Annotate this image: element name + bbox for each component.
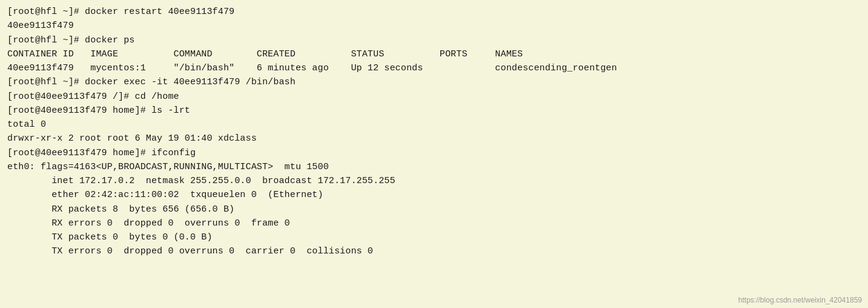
- terminal-line: inet 172.17.0.2 netmask 255.255.0.0 broa…: [7, 174, 861, 188]
- terminal-line: drwxr-xr-x 2 root root 6 May 19 01:40 xd…: [7, 132, 861, 146]
- terminal-line: [root@40ee9113f479 /]# cd /home: [7, 90, 861, 104]
- terminal-line: 40ee9113f479: [7, 19, 861, 33]
- terminal-line: RX packets 8 bytes 656 (656.0 B): [7, 203, 861, 216]
- terminal-line: ether 02:42:ac:11:00:02 txqueuelen 0 (Et…: [7, 188, 861, 202]
- terminal-line: total 0: [7, 118, 861, 132]
- terminal-line: 40ee9113f479 mycentos:1 "/bin/bash" 6 mi…: [7, 61, 861, 75]
- terminal-line: [root@hfl ~]# docker exec -it 40ee9113f4…: [7, 75, 861, 89]
- terminal-line: CONTAINER ID IMAGE COMMAND CREATED STATU…: [7, 47, 861, 61]
- terminal-line: RX errors 0 dropped 0 overruns 0 frame 0: [7, 216, 861, 230]
- terminal-line: TX packets 0 bytes 0 (0.0 B): [7, 230, 861, 244]
- terminal-line: TX errors 0 dropped 0 overruns 0 carrier…: [7, 244, 861, 258]
- terminal-output: [root@hfl ~]# docker restart 40ee9113f47…: [7, 5, 861, 259]
- terminal-line: [root@hfl ~]# docker restart 40ee9113f47…: [7, 5, 861, 19]
- terminal-line: [root@hfl ~]# docker ps: [7, 33, 861, 47]
- terminal-line: [root@40ee9113f479 home]# ifconfig: [7, 146, 861, 160]
- terminal-line: eth0: flags=4163<UP,BROADCAST,RUNNING,MU…: [7, 160, 861, 174]
- watermark: https://blog.csdn.net/weixin_42041859: [738, 296, 862, 304]
- terminal-line: [root@40ee9113f479 home]# ls -lrt: [7, 104, 861, 118]
- terminal-window: [root@hfl ~]# docker restart 40ee9113f47…: [0, 0, 868, 308]
